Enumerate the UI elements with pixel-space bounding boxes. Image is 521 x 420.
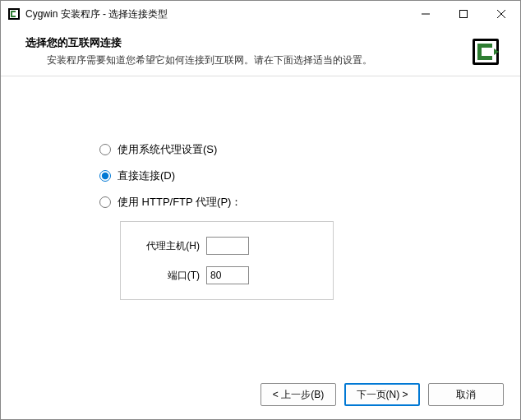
radio-system-proxy-label: 使用系统代理设置(S) [118, 142, 217, 157]
maximize-icon [459, 10, 468, 18]
radio-http-proxy-label: 使用 HTTP/FTP 代理(P)： [118, 195, 242, 210]
back-button[interactable]: < 上一步(B) [260, 383, 336, 406]
radio-direct-label: 直接连接(D) [118, 168, 175, 183]
radio-direct[interactable]: 直接连接(D) [99, 168, 487, 183]
titlebar: Cygwin 安装程序 - 选择连接类型 [1, 1, 520, 27]
proxy-host-row: 代理主机(H) [134, 237, 320, 255]
radio-system-proxy-input[interactable] [99, 144, 111, 155]
proxy-port-row: 端口(T) [134, 266, 320, 284]
minimize-button[interactable] [407, 1, 445, 27]
radio-system-proxy[interactable]: 使用系统代理设置(S) [99, 142, 487, 157]
cygwin-logo-icon [471, 37, 500, 67]
connection-radio-group: 使用系统代理设置(S) 直接连接(D) 使用 HTTP/FTP 代理(P)： [99, 142, 487, 210]
window-title: Cygwin 安装程序 - 选择连接类型 [25, 7, 407, 21]
minimize-icon [422, 10, 430, 18]
wizard-footer: < 上一步(B) 下一页(N) > 取消 [1, 373, 520, 419]
app-icon [7, 7, 21, 21]
svg-rect-3 [460, 11, 468, 18]
proxy-settings-box: 代理主机(H) 端口(T) [120, 221, 334, 300]
page-title: 选择您的互联网连接 [25, 35, 471, 50]
next-button[interactable]: 下一页(N) > [344, 383, 420, 406]
header-text: 选择您的互联网连接 安装程序需要知道您希望它如何连接到互联网。请在下面选择适当的… [17, 34, 471, 67]
proxy-port-label: 端口(T) [134, 269, 200, 283]
cancel-button[interactable]: 取消 [428, 383, 504, 406]
installer-window: Cygwin 安装程序 - 选择连接类型 选择您的互联网连接 安装程序需要知道您… [0, 0, 521, 420]
maximize-button[interactable] [445, 1, 482, 27]
close-button[interactable] [482, 1, 520, 27]
radio-http-proxy[interactable]: 使用 HTTP/FTP 代理(P)： [99, 195, 487, 210]
window-controls [407, 1, 520, 27]
radio-direct-input[interactable] [99, 170, 111, 182]
wizard-header: 选择您的互联网连接 安装程序需要知道您希望它如何连接到互联网。请在下面选择适当的… [1, 27, 520, 76]
radio-http-proxy-input[interactable] [99, 196, 111, 208]
content-area: 使用系统代理设置(S) 直接连接(D) 使用 HTTP/FTP 代理(P)： 代… [1, 76, 520, 373]
proxy-port-input[interactable] [206, 266, 249, 284]
page-subtitle: 安装程序需要知道您希望它如何连接到互联网。请在下面选择适当的设置。 [47, 53, 471, 67]
proxy-host-input[interactable] [206, 237, 249, 255]
close-icon [497, 10, 505, 18]
proxy-host-label: 代理主机(H) [134, 239, 200, 253]
